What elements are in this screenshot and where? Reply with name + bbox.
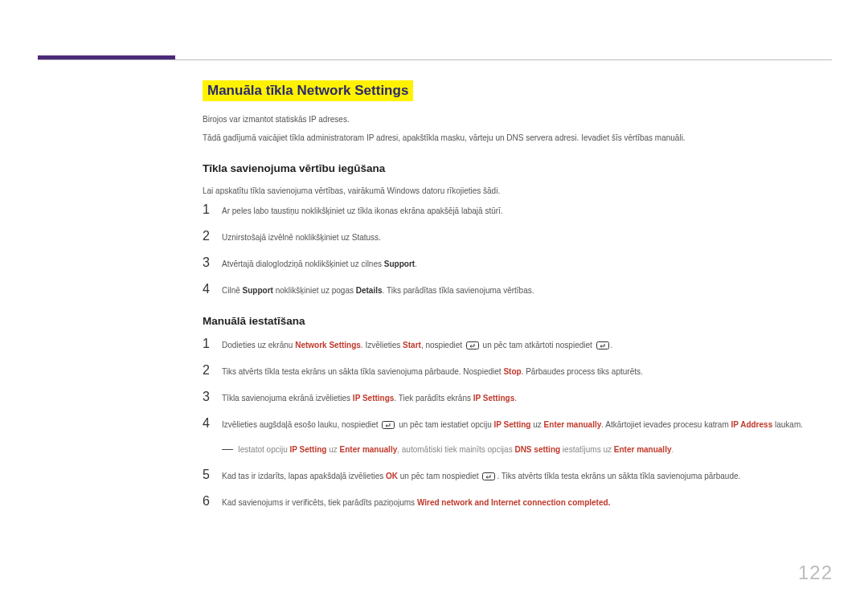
step: 3 Tīkla savienojuma ekrānā izvēlieties I… xyxy=(203,390,832,405)
step-number: 1 xyxy=(203,337,222,351)
step: 2 Uznirstošajā izvēlnē noklikšķiniet uz … xyxy=(203,229,832,244)
completed-keyword: Wired network and Internet connection co… xyxy=(417,498,611,507)
step: 4 Izvēlieties augšdaļā esošo lauku, nosp… xyxy=(203,416,832,431)
svg-rect-1 xyxy=(596,342,608,349)
txt: laukam. xyxy=(772,420,803,429)
step-number: 3 xyxy=(203,255,222,270)
note: ― Iestatot opciju IP Setting uz Enter ma… xyxy=(222,443,832,456)
enter-icon xyxy=(466,341,479,349)
txt: Atvērtajā dialoglodziņā noklikšķiniet uz… xyxy=(222,260,382,268)
txt: . Tiks parādītas tīkla savienojuma vērtī… xyxy=(383,286,534,295)
txt: , automātiski tiek mainīts opcijas xyxy=(397,445,514,454)
txt: Tiks atvērts tīkla testa ekrāns un sākta… xyxy=(222,367,503,376)
step-number: 2 xyxy=(203,363,222,378)
step: 3 Atvērtajā dialoglodziņā noklikšķiniet … xyxy=(203,255,832,271)
note-text: Iestatot opciju IP Setting uz Enter manu… xyxy=(238,443,674,456)
txt: iestatījums uz xyxy=(560,445,614,454)
step-number: 5 xyxy=(203,468,222,482)
enter-icon xyxy=(482,472,495,480)
txt: . Atkārtojiet ievades procesu katram xyxy=(601,420,731,429)
step: 1 Ar peles labo taustiņu noklikšķiniet u… xyxy=(203,202,832,218)
txt: . xyxy=(611,341,613,349)
ip-setting-keyword: IP Setting xyxy=(289,445,326,454)
enter-icon xyxy=(382,421,395,429)
txt: Cilnē xyxy=(222,286,240,295)
txt: un pēc tam iestatiet opciju xyxy=(396,420,493,429)
ok-keyword: OK xyxy=(386,472,398,480)
stop-keyword: Stop xyxy=(503,367,521,376)
ip-settings-keyword: IP Settings xyxy=(353,394,395,403)
svg-rect-2 xyxy=(383,422,395,429)
enter-manually-keyword: Enter manually xyxy=(614,445,672,454)
txt: uz xyxy=(530,420,543,429)
body-line-1: Birojos var izmantot statiskās IP adrese… xyxy=(203,112,832,126)
svg-rect-0 xyxy=(466,342,478,349)
details-keyword: Details xyxy=(356,286,383,295)
step-text: Dodieties uz ekrānu Network Settings. Iz… xyxy=(222,338,612,352)
txt: un pēc tam nospiediet xyxy=(398,472,481,480)
txt: . Tiek parādīts ekrāns xyxy=(394,394,473,403)
step: 1 Dodieties uz ekrānu Network Settings. … xyxy=(203,337,832,352)
txt: Tīkla savienojuma ekrānā izvēlieties xyxy=(222,394,353,403)
page-number: 122 xyxy=(798,562,833,584)
txt: noklikšķiniet uz pogas xyxy=(273,286,356,295)
step-text: Kad tas ir izdarīts, lapas apakšdaļā izv… xyxy=(222,469,740,483)
step-text: Kad savienojums ir verificēts, tiek parā… xyxy=(222,496,610,509)
step-text: Tīkla savienojuma ekrānā izvēlieties IP … xyxy=(222,391,517,405)
network-settings-keyword: Network Settings xyxy=(295,341,361,349)
step: 4 Cilnē Support noklikšķiniet uz pogas D… xyxy=(203,282,832,297)
txt: . Tiks atvērts tīkla testa ekrāns un sāk… xyxy=(497,472,740,480)
step-number: 3 xyxy=(203,390,222,404)
page-title: Manuāla tīkla Network Settings xyxy=(203,80,413,101)
step-text: Izvēlieties augšdaļā esošo lauku, nospie… xyxy=(222,418,803,431)
enter-manually-keyword: Enter manually xyxy=(544,420,602,429)
txt: Kad tas ir izdarīts, lapas apakšdaļā izv… xyxy=(222,472,386,480)
step-number: 4 xyxy=(203,416,222,431)
ip-setting-keyword: IP Setting xyxy=(494,420,531,429)
body-line-2: Tādā gadījumā vaicājiet tīkla administra… xyxy=(203,131,832,145)
step-number: 6 xyxy=(203,494,222,509)
support-keyword: Support xyxy=(384,260,415,268)
page-content: Manuāla tīkla Network Settings Birojos v… xyxy=(203,80,832,521)
ip-address-keyword: IP Address xyxy=(731,420,773,429)
enter-icon xyxy=(596,341,609,349)
txt: . xyxy=(672,445,674,454)
txt: , nospiediet xyxy=(421,341,465,349)
txt: Dodieties uz ekrānu xyxy=(222,341,295,349)
txt: Kad savienojums ir verificēts, tiek parā… xyxy=(222,498,417,507)
step-text: Atvērtajā dialoglodziņā noklikšķiniet uz… xyxy=(222,257,417,271)
step-text: Ar peles labo taustiņu noklikšķiniet uz … xyxy=(222,204,503,218)
dns-setting-keyword: DNS setting xyxy=(514,445,560,454)
txt: . xyxy=(415,260,417,268)
header-rule xyxy=(38,59,832,60)
txt: . Izvēlieties xyxy=(361,341,403,349)
step: 6 Kad savienojums ir verificēts, tiek pa… xyxy=(203,494,832,509)
note-dash-icon: ― xyxy=(222,443,233,454)
section1-intro: Lai apskatītu tīkla savienojuma vērtības… xyxy=(203,184,832,198)
txt: Izvēlieties augšdaļā esošo lauku, nospie… xyxy=(222,420,380,429)
txt: . Pārbaudes process tiks apturēts. xyxy=(522,367,643,376)
section2-title: Manuālā iestatīšana xyxy=(203,315,832,327)
step: 5 Kad tas ir izdarīts, lapas apakšdaļā i… xyxy=(203,468,832,483)
step-number: 2 xyxy=(203,229,222,243)
step-text: Cilnē Support noklikšķiniet uz pogas Det… xyxy=(222,284,534,297)
step-text: Uznirstošajā izvēlnē noklikšķiniet uz St… xyxy=(222,231,381,244)
txt: un pēc tam atkārtoti nospiediet xyxy=(481,341,595,349)
step-number: 4 xyxy=(203,282,222,296)
txt: Iestatot opciju xyxy=(238,445,289,454)
section1-title: Tīkla savienojuma vērtību iegūšana xyxy=(203,162,832,174)
step-text: Tiks atvērts tīkla testa ekrāns un sākta… xyxy=(222,365,643,378)
section2-steps: 1 Dodieties uz ekrānu Network Settings. … xyxy=(203,337,832,509)
ip-settings-keyword: IP Settings xyxy=(473,394,515,403)
txt: uz xyxy=(326,445,339,454)
svg-rect-3 xyxy=(483,473,495,480)
start-keyword: Start xyxy=(403,341,421,349)
step-number: 1 xyxy=(203,202,222,217)
section1-steps: 1 Ar peles labo taustiņu noklikšķiniet u… xyxy=(203,202,832,297)
step: 2 Tiks atvērts tīkla testa ekrāns un sāk… xyxy=(203,363,832,378)
txt: . xyxy=(514,394,517,403)
support-keyword: Support xyxy=(243,286,273,295)
enter-manually-keyword: Enter manually xyxy=(340,445,398,454)
